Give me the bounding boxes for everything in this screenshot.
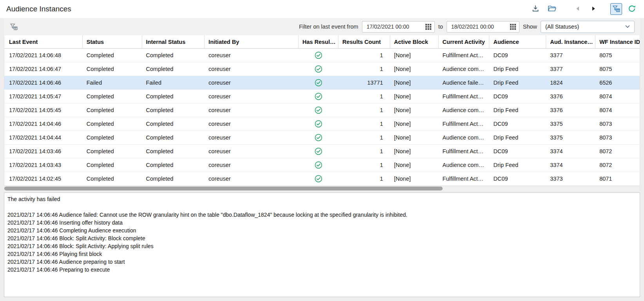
cell: Completed [83, 52, 142, 58]
table-row[interactable]: 17/02/2021 14:02:45CompletedCompletedcor… [4, 172, 640, 186]
table-header-row: Last EventStatusInternal StatusInitiated… [4, 35, 640, 49]
cell: [None] [390, 52, 439, 58]
cell: coreuser [204, 107, 298, 113]
cell: DC09 [489, 176, 546, 182]
horizontal-scrollbar[interactable] [4, 186, 640, 190]
cell: 3376 [546, 107, 595, 113]
filter-toggle-button[interactable] [610, 3, 622, 15]
cell: Completed [83, 66, 142, 72]
cell: 3375 [546, 134, 595, 141]
cell: 6526 [595, 80, 640, 86]
table-row[interactable]: 17/02/2021 14:06:48CompletedCompletedcor… [4, 49, 640, 62]
cell: Drip Feed [489, 80, 546, 86]
date-to-input[interactable] [450, 23, 510, 30]
table-row[interactable]: 17/02/2021 14:03:43CompletedCompletedcor… [4, 158, 640, 172]
has-results-cell [298, 106, 338, 114]
table-row[interactable]: 17/02/2021 14:06:46FailedFailedcoreuser1… [4, 76, 640, 90]
details-line: The activity has failed [7, 195, 637, 203]
date-from-input[interactable] [366, 23, 425, 30]
cell: 8073 [595, 134, 640, 141]
date-from-field[interactable] [362, 21, 435, 33]
next-icon [590, 5, 597, 13]
cell: Completed [83, 148, 142, 154]
date-to-field[interactable] [447, 21, 519, 33]
cell: Audience com… [439, 162, 490, 168]
open-folder-icon [547, 4, 557, 15]
cell: Audience faile… [439, 80, 490, 86]
filter-controls: Filter on last event from to [299, 21, 635, 33]
column-header-3[interactable]: Initiated By [204, 35, 298, 48]
filter-toolbar: Filter on last event from to [4, 18, 640, 35]
check-circle-icon [315, 134, 322, 141]
calendar-icon[interactable] [425, 24, 432, 30]
cell: Completed [83, 121, 142, 127]
cell: Completed [83, 93, 142, 100]
table-row[interactable]: 17/02/2021 14:04:44CompletedCompletedcor… [4, 131, 640, 145]
next-button[interactable] [588, 3, 599, 15]
column-header-5[interactable]: Results Count [338, 35, 390, 48]
column-header-8[interactable]: Audience [489, 35, 546, 48]
cell: Failed [142, 80, 205, 86]
cell: 13771 [338, 80, 390, 86]
cell: coreuser [204, 162, 298, 168]
details-line: 2021/02/17 14:06:46 Completing Audience … [7, 227, 637, 234]
cell: Drip Feed [489, 66, 546, 72]
previous-button[interactable] [572, 3, 584, 15]
column-header-9[interactable]: Aud. Instance… [546, 35, 595, 48]
column-header-4[interactable]: Has Resul… [298, 35, 338, 48]
cell: 8073 [595, 121, 640, 127]
cell: 1 [338, 93, 390, 100]
column-header-1[interactable]: Status [83, 35, 142, 48]
calendar-icon[interactable] [510, 24, 516, 30]
cell: 1 [338, 107, 390, 113]
column-header-10[interactable]: WF Instance ID [595, 35, 640, 48]
download-button[interactable] [530, 3, 541, 15]
cell: 3377 [546, 66, 595, 72]
cell: 1 [338, 121, 390, 127]
instances-table: Last EventStatusInternal StatusInitiated… [4, 35, 640, 190]
table-row[interactable]: 17/02/2021 14:06:47CompletedCompletedcor… [4, 62, 640, 76]
refresh-button[interactable] [626, 3, 638, 15]
column-header-2[interactable]: Internal Status [142, 35, 205, 48]
cell: 8075 [595, 52, 640, 58]
cell: [None] [390, 148, 439, 154]
cell: [None] [390, 93, 439, 100]
filter-grid-icon[interactable] [9, 22, 18, 31]
cell: Drip Feed [489, 134, 546, 141]
cell: Completed [142, 134, 205, 141]
open-folder-button[interactable] [546, 3, 558, 15]
cell: Audience com… [439, 107, 490, 113]
column-header-6[interactable]: Active Block [390, 35, 439, 48]
table-body: 17/02/2021 14:06:48CompletedCompletedcor… [4, 49, 640, 186]
table-row[interactable]: 17/02/2021 14:05:47CompletedCompletedcor… [4, 90, 640, 103]
to-label: to [438, 24, 443, 30]
details-line: 2021/02/17 14:06:46 Playing first block [7, 250, 637, 258]
check-circle-icon [315, 106, 322, 114]
refresh-icon [628, 4, 636, 14]
table-row[interactable]: 17/02/2021 14:03:46CompletedCompletedcor… [4, 145, 640, 158]
cell: DC09 [489, 121, 546, 127]
check-circle-icon [315, 65, 322, 73]
has-results-cell [298, 161, 338, 169]
cell: Drip Feed [489, 107, 546, 113]
cell: DC09 [489, 93, 546, 100]
table-row[interactable]: 17/02/2021 14:04:46CompletedCompletedcor… [4, 117, 640, 131]
details-panel: The activity has failed 2021/02/17 14:06… [4, 192, 640, 297]
column-header-0[interactable]: Last Event [4, 35, 83, 48]
cell: Fulfillment Act… [439, 176, 490, 182]
cell: coreuser [204, 66, 298, 72]
cell: Completed [142, 176, 205, 182]
audience-instances-window: Audience Instances [0, 0, 644, 297]
previous-icon [574, 5, 581, 13]
column-header-7[interactable]: Current Activity [439, 35, 490, 48]
cell: Failed [83, 80, 142, 86]
table-row[interactable]: 17/02/2021 14:05:45CompletedCompletedcor… [4, 103, 640, 117]
cell: [None] [390, 107, 439, 113]
cell: Completed [142, 121, 205, 127]
cell: 17/02/2021 14:05:45 [4, 107, 83, 113]
horizontal-scrollbar-thumb[interactable] [4, 187, 443, 190]
cell: Completed [142, 162, 205, 168]
details-line: 2021/02/17 14:06:46 Inserting offer hist… [7, 219, 637, 227]
status-filter-select[interactable]: (All Statuses) [541, 21, 635, 33]
filter-grid-icon [612, 4, 620, 14]
